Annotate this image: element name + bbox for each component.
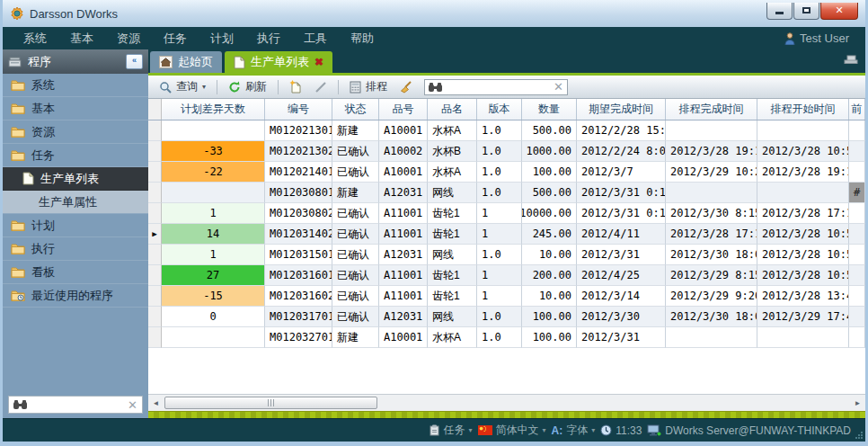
menu-item[interactable]: 工具 [292, 31, 339, 45]
table-cell: # [849, 183, 865, 203]
table-cell: 245.00 [522, 224, 577, 245]
sidebar-collapse-button[interactable]: « [126, 54, 143, 69]
table-row[interactable]: M012021301新建A10001水杯A1.0500.002012/2/28 … [148, 120, 865, 141]
table-cell: 2012/3/29 9:20 [666, 286, 757, 307]
hscroll-thumb[interactable] [164, 397, 377, 409]
chevron-down-icon: ▾ [543, 426, 546, 434]
sidebar-item[interactable]: 看板 [3, 261, 148, 284]
menu-item[interactable]: 资源 [105, 31, 152, 45]
menu-item[interactable]: 计划 [199, 31, 245, 45]
language-label: 简体中文 [496, 423, 539, 438]
toolbar-separator [217, 80, 217, 94]
table-cell: 1 [477, 286, 522, 307]
content: 起始页生产单列表✖ 查询 ▾ [148, 49, 865, 418]
column-header[interactable]: 前 [849, 99, 865, 120]
sidebar-item[interactable]: 任务 [3, 144, 148, 167]
refresh-button[interactable]: 刷新 [224, 77, 271, 96]
folder-icon [11, 79, 25, 91]
menu-item[interactable]: 任务 [152, 31, 199, 45]
tab-close-icon[interactable]: ✖ [314, 57, 323, 67]
window-bottom-border [3, 442, 865, 446]
clean-button[interactable] [394, 79, 417, 95]
query-button[interactable]: 查询 ▾ [155, 77, 210, 96]
window-list-icon[interactable] [844, 54, 858, 65]
table-row[interactable]: 1M012031501已确认A12031网线1.010.002012/3/312… [148, 245, 865, 265]
column-header[interactable]: 数量 [522, 99, 577, 120]
table-row[interactable]: -33M012021302已确认A10002水杯B1.01000.002012/… [148, 141, 865, 162]
sidebar-item[interactable]: 执行 [3, 237, 148, 261]
sidebar-item-label: 最近使用的程序 [31, 288, 113, 304]
close-button[interactable]: ✕ [820, 3, 858, 20]
column-header[interactable]: 品名 [428, 99, 477, 120]
column-header[interactable]: 排程开始时间 [757, 99, 849, 120]
sidebar-item[interactable]: 生产单列表 [3, 167, 148, 191]
language-menu[interactable]: 简体中文 ▾ [478, 423, 546, 438]
sidebar-item[interactable]: 基本 [3, 97, 148, 120]
hscroll-right-button[interactable]: ► [850, 396, 865, 410]
hscroll-left-button[interactable]: ◄ [148, 396, 164, 410]
menu-item[interactable]: 帮助 [339, 31, 385, 45]
folder-icon [11, 243, 25, 254]
table-cell: A10001 [379, 327, 428, 348]
table-row[interactable]: ▶14M012031402已确认A11001齿轮11245.002012/4/1… [148, 224, 865, 245]
sidebar-item[interactable]: 计划 [3, 214, 148, 237]
column-header[interactable] [148, 99, 162, 120]
column-header[interactable]: 版本 [477, 99, 522, 120]
table-cell [849, 120, 865, 141]
sidebar-item[interactable]: 最近使用的程序 [3, 284, 148, 308]
table-search-input[interactable] [446, 80, 550, 94]
task-menu[interactable]: 任务 ▾ [430, 423, 472, 438]
table-row[interactable]: M012030801新建A12031网线1.0500.002012/3/31 0… [148, 183, 865, 203]
server-status: DWorks Server@FUNWAY-THINKPAD [647, 424, 851, 437]
column-header[interactable]: 品号 [379, 99, 428, 120]
tab-inactive[interactable]: 起始页 [150, 51, 222, 73]
window-title: Darsson DWorks [30, 7, 118, 21]
binoculars-icon [13, 400, 27, 409]
table-cell [666, 183, 757, 203]
table-cell: 10000.00 [522, 203, 577, 224]
table-cell: M012021401 [265, 162, 332, 183]
table-cell [666, 120, 757, 141]
maximize-button[interactable] [793, 3, 819, 20]
calculator-icon [350, 81, 361, 94]
table-cell: 1.0 [477, 327, 522, 348]
minimize-button[interactable] [766, 3, 793, 20]
table-cell: 1.0 [477, 141, 522, 162]
menu-item[interactable]: 基本 [58, 31, 105, 45]
sidebar-item[interactable]: 资源 [3, 120, 148, 144]
table-search-clear-icon[interactable]: ✕ [554, 81, 563, 93]
table-cell: 1.0 [477, 245, 522, 265]
table-row[interactable]: 1M012030802已确认A11001齿轮1110000.002012/3/3… [148, 203, 865, 224]
sidebar-item[interactable]: 系统 [3, 74, 148, 97]
table-cell [849, 286, 865, 307]
orders-table: 计划差异天数编号状态品号品名版本数量期望完成时间排程完成时间排程开始时间前 M0… [148, 99, 865, 418]
tab-active[interactable]: 生产单列表✖ [225, 51, 332, 73]
sidebar-item[interactable]: 生产单属性 [3, 191, 148, 214]
schedule-button[interactable]: 排程 [345, 77, 392, 96]
table-cell: M012031701 [265, 307, 332, 327]
table-cell: 2012/3/28 19:10 [757, 162, 849, 183]
sidebar-search-clear-icon[interactable]: ✕ [128, 399, 137, 411]
column-header[interactable]: 排程完成时间 [666, 99, 757, 120]
table-row[interactable]: -15M012031602已确认A11001齿轮1110.002012/3/14… [148, 286, 865, 307]
table-row[interactable]: -22M012021401已确认A10001水杯A1.0100.002012/3… [148, 162, 865, 183]
current-row-arrow-icon: ▶ [152, 229, 156, 238]
table-row[interactable]: 27M012031601已确认A11001齿轮11200.002012/4/25… [148, 265, 865, 286]
column-header[interactable]: 计划差异天数 [162, 99, 265, 120]
table-row[interactable]: M012032701新建A10001水杯A1.0100.002012/3/31 [148, 327, 865, 348]
binoculars-icon [429, 83, 442, 92]
new-button[interactable] [285, 78, 307, 95]
edit-button[interactable] [310, 79, 332, 95]
column-header[interactable]: 编号 [265, 99, 332, 120]
column-header[interactable]: 期望完成时间 [577, 99, 666, 120]
hscroll-track[interactable] [164, 396, 850, 410]
resize-grip[interactable] [855, 431, 864, 440]
font-menu[interactable]: A: 字体 ▾ [552, 423, 596, 438]
table-row[interactable]: 0M012031701已确认A12031网线1.0100.002012/3/30… [148, 307, 865, 327]
table-cell: 2012/3/7 [577, 162, 666, 183]
sidebar-search-input[interactable] [31, 397, 124, 412]
column-header[interactable]: 状态 [332, 99, 379, 120]
menu-item[interactable]: 系统 [12, 31, 58, 45]
menu-item[interactable]: 执行 [245, 31, 292, 45]
table-cell: 网线 [428, 245, 477, 265]
